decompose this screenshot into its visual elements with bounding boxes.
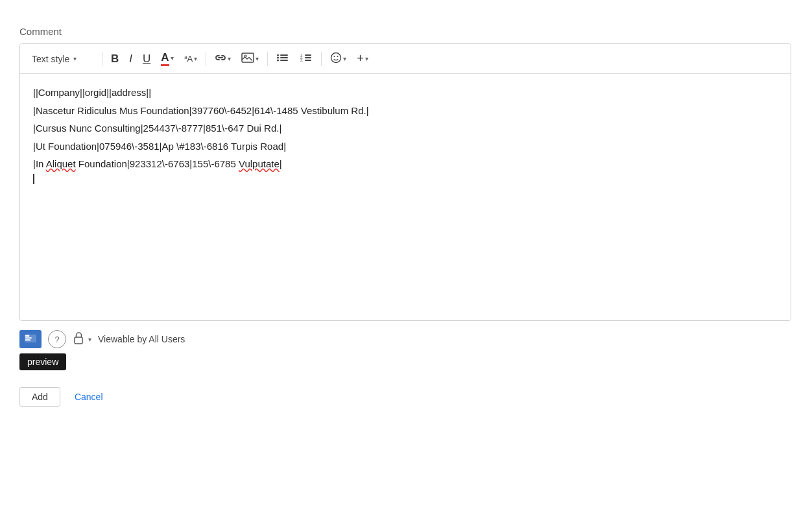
svg-rect-11 [305, 54, 311, 56]
plus-icon: + [357, 52, 364, 65]
text-style-label: Text style [32, 54, 69, 64]
ordered-list-icon: 1. 2. 3. [300, 53, 313, 65]
svg-rect-19 [25, 337, 32, 339]
help-button[interactable]: ? [48, 330, 66, 348]
svg-point-16 [337, 56, 339, 57]
svg-rect-21 [75, 337, 82, 344]
editor-line-4: |Ut Foundation|075946\-3581|Ap \#183\-68… [33, 138, 778, 155]
subscript-icon: ᵃA [184, 54, 193, 64]
link-icon [215, 53, 226, 64]
svg-point-4 [277, 60, 279, 62]
preview-button[interactable] [19, 330, 42, 348]
lock-button[interactable]: ▾ [73, 331, 91, 347]
editor-line-2: |Nascetur Ridiculus Mus Foundation|39776… [33, 102, 778, 119]
preview-icon [25, 334, 36, 345]
editor-container: Text style ▾ B I U A ▾ ᵃA ▾ [19, 43, 791, 321]
chevron-down-icon: ▾ [73, 55, 77, 62]
chevron-down-icon: ▾ [228, 55, 231, 62]
bottom-bar: preview ? ▾ Viewable by All Users [19, 330, 793, 348]
viewable-text: Viewable by All Users [98, 334, 185, 344]
more-button[interactable]: + ▾ [352, 49, 373, 69]
svg-rect-20 [25, 339, 30, 340]
toolbar: Text style ▾ B I U A ▾ ᵃA ▾ [20, 44, 791, 74]
svg-text:3.: 3. [300, 58, 303, 62]
svg-point-2 [277, 54, 279, 56]
chevron-down-icon: ▾ [256, 55, 259, 62]
emoji-icon [330, 52, 342, 65]
bullet-list-icon [276, 53, 289, 65]
add-button[interactable]: Add [19, 387, 60, 407]
ordered-list-button[interactable]: 1. 2. 3. [295, 49, 317, 68]
svg-point-3 [277, 57, 279, 59]
cancel-button[interactable]: Cancel [68, 388, 110, 406]
emoji-button[interactable]: ▾ [326, 49, 351, 69]
toolbar-divider-1 [102, 52, 102, 66]
lock-icon [73, 331, 84, 347]
comment-label: Comment [19, 26, 793, 37]
bullet-list-button[interactable] [272, 49, 294, 68]
toolbar-divider-3 [267, 52, 268, 66]
bold-button[interactable]: B [106, 49, 123, 69]
font-color-a-icon: A [161, 51, 169, 64]
svg-rect-18 [25, 335, 29, 337]
toolbar-divider-2 [206, 52, 206, 66]
chevron-down-icon: ▾ [171, 54, 174, 62]
svg-rect-5 [280, 54, 288, 56]
editor-body[interactable]: ||Company||orgid||address|| |Nascetur Ri… [20, 74, 791, 320]
question-mark-icon: ? [54, 335, 59, 344]
editor-line-5: |In Aliquet Foundation|923312\-6763|155\… [33, 156, 778, 172]
svg-rect-13 [305, 60, 311, 61]
font-color-button[interactable]: A ▾ [156, 48, 178, 69]
preview-tooltip: preview [19, 353, 66, 370]
text-cursor [33, 174, 34, 185]
underline-button[interactable]: U [138, 49, 155, 69]
italic-button[interactable]: I [125, 49, 137, 69]
editor-line-3: |Cursus Nunc Consulting|254437\-8777|851… [33, 120, 778, 137]
chevron-down-icon: ▾ [194, 55, 197, 62]
editor-cursor-line [33, 174, 778, 185]
toolbar-divider-4 [321, 52, 322, 66]
link-button[interactable]: ▾ [210, 50, 235, 67]
subscript-button[interactable]: ᵃA ▾ [180, 51, 202, 67]
action-buttons: Add Cancel [19, 387, 793, 407]
chevron-down-icon: ▾ [343, 55, 346, 62]
chevron-down-icon: ▾ [365, 55, 368, 62]
editor-line-1: ||Company||orgid||address|| [33, 84, 778, 101]
svg-rect-7 [280, 60, 288, 61]
svg-point-15 [334, 56, 335, 57]
image-icon [241, 53, 254, 65]
text-style-button[interactable]: Text style ▾ [27, 51, 98, 67]
svg-rect-6 [280, 57, 288, 58]
image-button[interactable]: ▾ [237, 49, 263, 68]
svg-rect-12 [305, 57, 311, 58]
lock-chevron-icon: ▾ [88, 336, 91, 343]
svg-point-14 [331, 53, 341, 63]
